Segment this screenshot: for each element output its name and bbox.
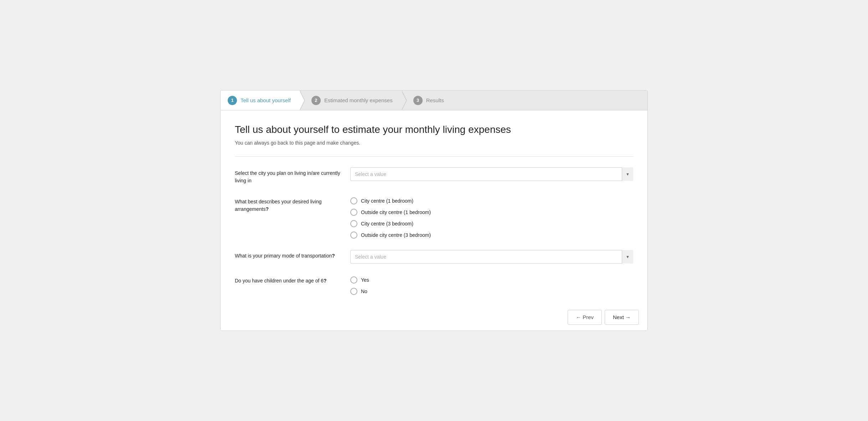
living-label: What best describes your desired living … — [235, 196, 342, 213]
step-1-label: Tell us about yourself — [241, 97, 291, 103]
prev-button[interactable]: ← Prev — [568, 310, 602, 325]
city-control: Select a value ▼ — [350, 167, 633, 181]
transport-select[interactable]: Select a value — [350, 250, 633, 264]
step-3[interactable]: 3 Results — [401, 90, 453, 110]
page-title: Tell us about yourself to estimate your … — [235, 123, 633, 136]
transport-row: What is your primary mode of transportat… — [235, 250, 633, 264]
children-yes-label: Yes — [361, 277, 369, 283]
children-control: Yes No — [350, 275, 633, 295]
transport-select-wrapper: Select a value ▼ — [350, 250, 633, 264]
footer-nav: ← Prev Next → — [559, 304, 647, 331]
transport-label: What is your primary mode of transportat… — [235, 250, 342, 260]
radio-yes[interactable] — [350, 276, 357, 284]
children-no-label: No — [361, 289, 367, 294]
living-radio-group: City centre (1 bedroom) Outside city cen… — [350, 196, 633, 239]
living-option-2[interactable]: City centre (3 bedroom) — [350, 220, 633, 227]
living-option-1[interactable]: Outside city centre (1 bedroom) — [350, 209, 633, 216]
children-label: Do you have children under the age of 6? — [235, 275, 342, 285]
radio-outside-1bed[interactable] — [350, 209, 357, 216]
children-row: Do you have children under the age of 6?… — [235, 275, 633, 295]
radio-city-centre-3bed[interactable] — [350, 220, 357, 227]
living-option-0-label: City centre (1 bedroom) — [361, 198, 413, 204]
city-label: Select the city you plan on living in/ar… — [235, 167, 342, 184]
city-select[interactable]: Select a value — [350, 167, 633, 181]
step-2[interactable]: 2 Estimated monthly expenses — [299, 90, 401, 110]
radio-city-centre-1bed[interactable] — [350, 197, 357, 204]
app-container: 1 Tell us about yourself 2 Estimated mon… — [220, 90, 648, 331]
living-row: What best describes your desired living … — [235, 196, 633, 239]
living-option-2-label: City centre (3 bedroom) — [361, 221, 413, 227]
radio-no[interactable] — [350, 288, 357, 295]
living-option-0[interactable]: City centre (1 bedroom) — [350, 197, 633, 204]
transport-control: Select a value ▼ — [350, 250, 633, 264]
step-2-number: 2 — [311, 96, 321, 105]
form-section: Select the city you plan on living in/ar… — [235, 167, 633, 295]
step-3-label: Results — [426, 97, 444, 103]
children-option-yes[interactable]: Yes — [350, 276, 633, 284]
page-subtitle: You can always go back to this page and … — [235, 140, 633, 146]
step-3-number: 3 — [413, 96, 423, 105]
step-1[interactable]: 1 Tell us about yourself — [221, 90, 299, 110]
living-option-1-label: Outside city centre (1 bedroom) — [361, 209, 431, 215]
children-option-no[interactable]: No — [350, 288, 633, 295]
step-1-number: 1 — [228, 96, 237, 105]
content-area: Tell us about yourself to estimate your … — [221, 110, 647, 330]
living-control: City centre (1 bedroom) Outside city cen… — [350, 196, 633, 239]
children-radio-group: Yes No — [350, 275, 633, 295]
living-option-3-label: Outside city centre (3 bedroom) — [361, 232, 431, 238]
divider — [235, 156, 633, 157]
next-button[interactable]: Next → — [605, 310, 639, 325]
step-2-label: Estimated monthly expenses — [324, 97, 393, 103]
stepper: 1 Tell us about yourself 2 Estimated mon… — [221, 90, 647, 110]
living-option-3[interactable]: Outside city centre (3 bedroom) — [350, 232, 633, 239]
city-select-wrapper: Select a value ▼ — [350, 167, 633, 181]
radio-outside-3bed[interactable] — [350, 232, 357, 239]
city-row: Select the city you plan on living in/ar… — [235, 167, 633, 184]
